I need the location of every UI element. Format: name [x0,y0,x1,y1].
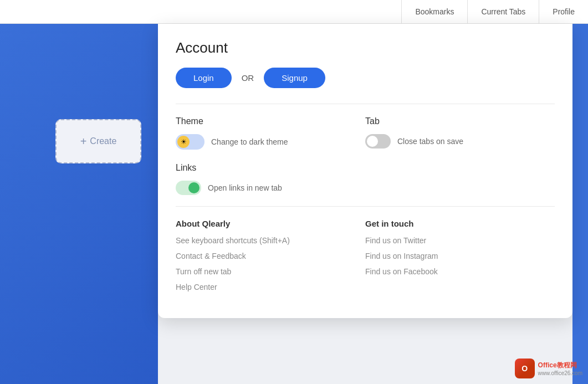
tab-toggle[interactable] [365,134,391,149]
divider-2 [176,206,555,207]
tab-toggle-thumb [367,136,378,147]
watermark-url: www.office26.com [538,370,582,376]
theme-section-title: Theme [176,116,365,126]
tab-section-title: Tab [365,116,555,126]
create-card[interactable]: + Create [55,119,141,163]
plus-icon: + [80,135,87,148]
signup-button[interactable]: Signup [264,68,325,88]
sidebar-strip [0,24,158,384]
links-toggle-thumb [188,182,200,193]
settings-grid: Theme ☀ Change to dark theme Tab Close t… [176,116,555,154]
theme-col: Theme ☀ Change to dark theme [176,116,365,154]
divider-1 [176,104,555,104]
blue-right-edge [572,24,588,384]
link-help-center[interactable]: Help Center [176,283,365,291]
links-toggle-row: Open links in new tab [176,181,555,195]
tab-col: Tab Close tabs on save [365,116,555,154]
account-panel: Account Login OR Signup Theme ☀ Change t… [158,24,572,318]
or-text: OR [242,73,254,83]
nav-tab-current-tabs[interactable]: Current Tabs [467,0,539,23]
links-toggle[interactable] [176,181,201,195]
links-section: Links Open links in new tab [176,163,555,195]
tab-toggle-row: Close tabs on save [365,134,555,149]
links-section-title: Links [176,163,555,173]
nav-tab-profile[interactable]: Profile [539,0,588,23]
tab-toggle-label: Close tabs on save [397,137,463,146]
auth-row: Login OR Signup [176,68,555,88]
link-instagram[interactable]: Find us on Instagram [365,252,555,260]
link-keyboard-shortcuts[interactable]: See keyboard shortcuts (Shift+A) [176,236,365,245]
create-label: Create [90,136,116,146]
theme-toggle-label: Change to dark theme [211,137,288,146]
theme-toggle-row: ☀ Change to dark theme [176,134,365,150]
watermark: O Office教程网 www.office26.com [515,359,582,378]
get-in-touch-title: Get in touch [365,219,555,228]
watermark-site: Office教程网 [538,361,582,370]
links-grid: About Qlearly See keyboard shortcuts (Sh… [176,219,555,298]
link-facebook[interactable]: Find us on Facebook [365,267,555,276]
theme-toggle[interactable]: ☀ [176,134,204,150]
links-toggle-label: Open links in new tab [208,183,282,192]
link-turn-off-new-tab[interactable]: Turn off new tab [176,267,365,276]
get-in-touch-col: Get in touch Find us on Twitter Find us … [365,219,555,298]
top-nav: Bookmarks Current Tabs Profile [0,0,588,24]
nav-tab-bookmarks[interactable]: Bookmarks [401,0,467,23]
link-contact-feedback[interactable]: Contact & Feedback [176,252,365,260]
link-twitter[interactable]: Find us on Twitter [365,236,555,245]
about-col: About Qlearly See keyboard shortcuts (Sh… [176,219,365,298]
login-button[interactable]: Login [176,68,232,88]
watermark-icon: O [515,359,535,378]
sun-icon: ☀ [177,136,190,148]
watermark-text: Office教程网 www.office26.com [538,361,582,376]
panel-title: Account [176,39,555,57]
about-section-title: About Qlearly [176,219,365,228]
